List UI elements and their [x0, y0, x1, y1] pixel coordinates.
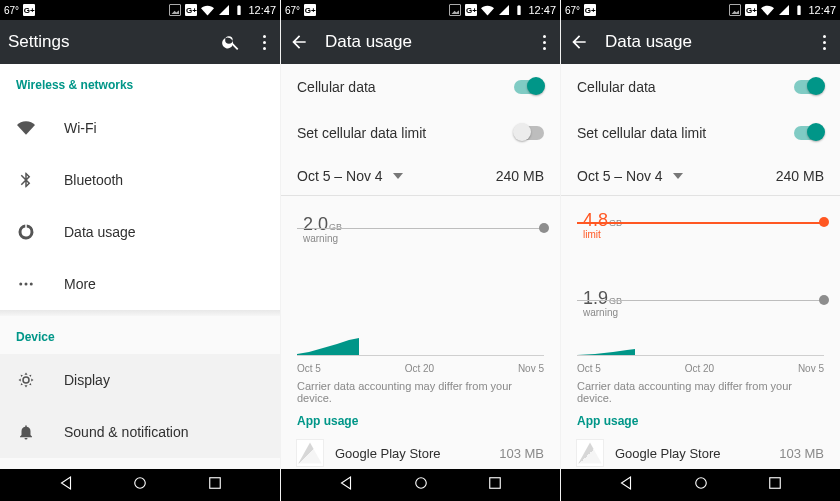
- nav-bar: [281, 469, 560, 501]
- x-axis: [297, 355, 544, 356]
- bell-icon: [16, 423, 36, 441]
- action-bar: Data usage: [281, 20, 560, 64]
- warning-threshold-handle[interactable]: [819, 295, 829, 305]
- settings-item-wifi[interactable]: Wi-Fi: [0, 102, 280, 154]
- screenshot-indicator-icon: [449, 4, 461, 16]
- pane-settings: 67° G+ G+ 12:47 Settings Wireless & netw: [0, 0, 280, 501]
- set-limit-row[interactable]: Set cellular data limit: [281, 110, 560, 156]
- cellular-data-switch[interactable]: [514, 80, 544, 94]
- overflow-menu-button[interactable]: [817, 35, 832, 50]
- cellular-data-row[interactable]: Cellular data: [281, 64, 560, 110]
- wifi-icon: [481, 4, 494, 17]
- settings-item-display[interactable]: Display: [0, 354, 280, 406]
- overflow-menu-button[interactable]: [537, 35, 552, 50]
- row-label: Set cellular data limit: [297, 125, 514, 141]
- svg-rect-6: [490, 478, 501, 489]
- status-temp: 67°: [4, 5, 19, 16]
- action-bar: Settings: [0, 20, 280, 64]
- usage-chart[interactable]: 2.0GB warning Oct 5 Oct 20 Nov 5: [281, 196, 560, 376]
- data-usage-icon: [16, 223, 36, 241]
- gplus-icon: G+: [584, 4, 596, 16]
- status-temp: 67°: [285, 5, 300, 16]
- play-store-icon: [577, 440, 603, 466]
- warning-threshold-label: 2.0GB warning: [303, 214, 342, 244]
- svg-point-3: [135, 478, 146, 489]
- gplus-icon: G+: [745, 4, 757, 16]
- settings-item-more[interactable]: More: [0, 258, 280, 310]
- set-limit-row[interactable]: Set cellular data limit: [561, 110, 840, 156]
- status-bar: 67° G+ G+ 12:47: [281, 0, 560, 20]
- settings-item-sound[interactable]: Sound & notification: [0, 406, 280, 458]
- status-bar: 67° G+ G+ 12:47: [0, 0, 280, 20]
- app-amount: 103 MB: [779, 446, 824, 461]
- app-amount: 103 MB: [499, 446, 544, 461]
- data-usage-content[interactable]: Cellular data Set cellular data limit Oc…: [281, 64, 560, 469]
- svg-point-7: [695, 478, 706, 489]
- usage-chart[interactable]: 4.8GB limit 1.9GB warning Oct 5 Oct 20: [561, 196, 840, 376]
- settings-item-label: Data usage: [64, 224, 136, 240]
- svg-rect-8: [770, 478, 781, 489]
- svg-point-2: [30, 283, 33, 286]
- back-button[interactable]: [289, 32, 309, 52]
- app-usage-row[interactable]: Google Play Store 103 MB: [281, 436, 560, 466]
- svg-point-0: [19, 283, 22, 286]
- action-bar: Data usage: [561, 20, 840, 64]
- settings-list[interactable]: Wireless & networks Wi-Fi Bluetooth Data…: [0, 64, 280, 469]
- warning-threshold-handle[interactable]: [539, 223, 549, 233]
- cellular-data-switch[interactable]: [794, 80, 824, 94]
- screenshot-indicator-icon: [169, 4, 181, 16]
- warning-threshold-line[interactable]: [297, 228, 544, 229]
- settings-item-label: Sound & notification: [64, 424, 189, 440]
- nav-home-button[interactable]: [412, 474, 430, 496]
- svg-rect-4: [209, 478, 220, 489]
- app-usage-row[interactable]: Google Play Store 103 MB: [561, 436, 840, 466]
- nav-back-button[interactable]: [617, 474, 635, 496]
- chevron-down-icon: [673, 168, 683, 184]
- nav-home-button[interactable]: [131, 474, 149, 496]
- set-limit-switch[interactable]: [794, 126, 824, 140]
- data-usage-content[interactable]: Cellular data Set cellular data limit Oc…: [561, 64, 840, 469]
- nav-recents-button[interactable]: [206, 474, 224, 496]
- cell-signal-icon: [498, 4, 510, 16]
- gplus-icon: G+: [465, 4, 477, 16]
- row-label: Cellular data: [297, 79, 514, 95]
- billing-period-selector[interactable]: Oct 5 – Nov 4 240 MB: [561, 156, 840, 196]
- gplus-icon: G+: [23, 4, 35, 16]
- nav-back-button[interactable]: [337, 474, 355, 496]
- x-axis-labels: Oct 5 Oct 20 Nov 5: [577, 363, 824, 374]
- battery-icon: [794, 3, 804, 17]
- page-title: Data usage: [325, 32, 521, 52]
- set-limit-switch[interactable]: [514, 126, 544, 140]
- warning-threshold-line[interactable]: [577, 300, 824, 301]
- billing-period-selector[interactable]: Oct 5 – Nov 4 240 MB: [281, 156, 560, 196]
- usage-area: [577, 332, 825, 356]
- cell-signal-icon: [218, 4, 230, 16]
- nav-home-button[interactable]: [692, 474, 710, 496]
- search-button[interactable]: [221, 32, 241, 52]
- battery-icon: [234, 3, 244, 17]
- nav-recents-button[interactable]: [766, 474, 784, 496]
- back-button[interactable]: [569, 32, 589, 52]
- app-usage-header: App usage: [281, 414, 560, 436]
- wifi-icon: [16, 119, 36, 137]
- status-clock: 12:47: [528, 4, 556, 16]
- limit-threshold-line[interactable]: [577, 222, 824, 224]
- gplus-icon: G+: [185, 4, 197, 16]
- nav-back-button[interactable]: [57, 474, 75, 496]
- x-axis: [577, 355, 824, 356]
- section-header-device: Device: [0, 316, 280, 354]
- limit-threshold-handle[interactable]: [819, 217, 829, 227]
- app-name: Google Play Store: [615, 446, 767, 461]
- status-clock: 12:47: [248, 4, 276, 16]
- battery-icon: [514, 3, 524, 17]
- warning-threshold-label: 1.9GB warning: [583, 288, 622, 318]
- cellular-data-row[interactable]: Cellular data: [561, 64, 840, 110]
- status-temp: 67°: [565, 5, 580, 16]
- usage-area: [297, 332, 545, 356]
- period-total: 240 MB: [496, 168, 544, 184]
- overflow-menu-button[interactable]: [257, 35, 272, 50]
- settings-item-bluetooth[interactable]: Bluetooth: [0, 154, 280, 206]
- nav-recents-button[interactable]: [486, 474, 504, 496]
- more-horiz-icon: [16, 275, 36, 293]
- settings-item-data-usage[interactable]: Data usage: [0, 206, 280, 258]
